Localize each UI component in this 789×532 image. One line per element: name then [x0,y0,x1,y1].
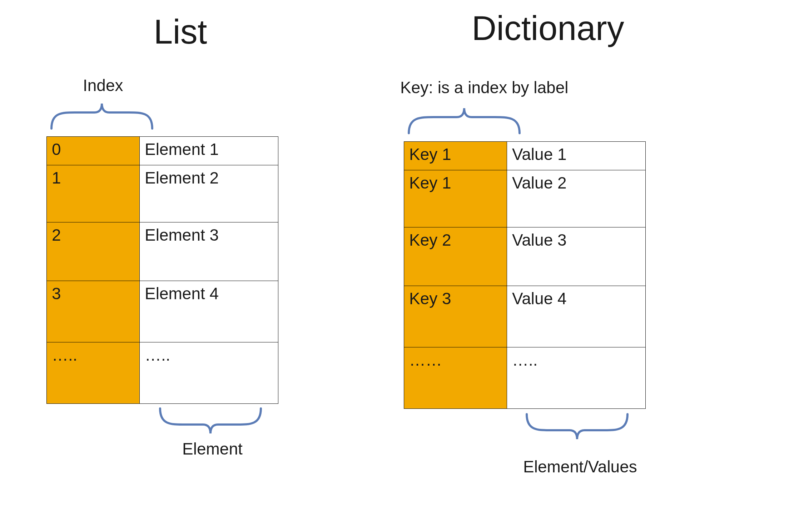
list-value-cell: Element 3 [140,222,278,281]
dictionary-table: Key 1 Value 1 Key 1 Value 2 Key 2 Value … [404,141,646,409]
dict-value-cell: ….. [507,347,646,409]
table-row: 2 Element 3 [47,222,278,281]
dictionary-values-label: Element/Values [523,457,637,476]
list-index-cell: 2 [47,222,140,281]
list-index-cell: ….. [47,342,140,404]
brace-list-top [48,100,156,132]
list-table: 0 Element 1 1 Element 2 2 Element 3 3 El… [46,136,278,404]
list-index-label: Index [83,76,123,95]
table-row: …… ….. [404,347,646,409]
dict-key-cell: Key 1 [404,170,507,227]
table-row: 3 Element 4 [47,281,278,342]
table-row: 0 Element 1 [47,137,278,165]
list-element-label: Element [182,439,243,458]
dictionary-title: Dictionary [472,9,624,48]
dict-key-cell: …… [404,347,507,409]
dict-value-cell: Value 2 [507,170,646,227]
list-value-cell: Element 2 [140,165,278,222]
list-index-cell: 0 [47,137,140,165]
list-value-cell: ….. [140,342,278,404]
dict-value-cell: Value 3 [507,227,646,286]
list-index-cell: 1 [47,165,140,222]
table-row: Key 3 Value 4 [404,286,646,347]
list-index-cell: 3 [47,281,140,342]
dict-value-cell: Value 1 [507,142,646,170]
table-row: Key 2 Value 3 [404,227,646,286]
dictionary-key-label: Key: is a index by label [400,78,569,97]
dict-value-cell: Value 4 [507,286,646,347]
table-row: ….. ….. [47,342,278,404]
brace-dict-bottom [523,411,631,443]
dict-key-cell: Key 1 [404,142,507,170]
brace-list-bottom [157,405,264,437]
list-title: List [154,12,207,51]
table-row: Key 1 Value 2 [404,170,646,227]
dict-key-cell: Key 3 [404,286,507,347]
table-row: 1 Element 2 [47,165,278,222]
diagram-canvas: List Index 0 Element 1 1 Element 2 2 Ele… [0,0,789,532]
dict-key-cell: Key 2 [404,227,507,286]
brace-dict-top [405,105,523,137]
list-value-cell: Element 1 [140,137,278,165]
list-value-cell: Element 4 [140,281,278,342]
table-row: Key 1 Value 1 [404,142,646,170]
